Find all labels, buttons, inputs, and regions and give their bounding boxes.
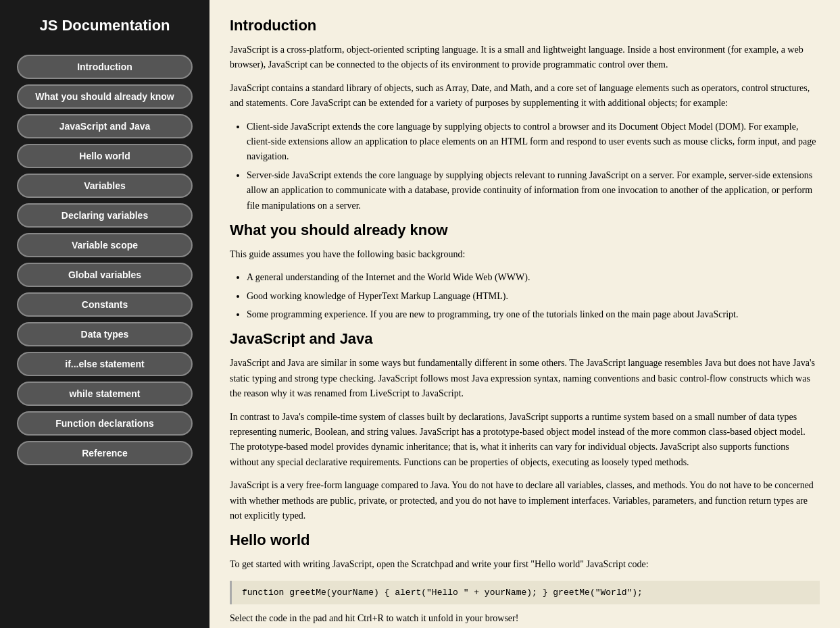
sidebar-item-while-statement[interactable]: while statement	[17, 382, 193, 406]
bullet-list: Client-side JavaScript extends the core …	[247, 120, 820, 213]
section-title-hello-world: Hello world	[230, 531, 820, 549]
sidebar-item-reference[interactable]: Reference	[17, 441, 193, 465]
code-block: function greetMe(yourName) { alert("Hell…	[230, 581, 820, 604]
list-item: Server-side JavaScript extends the core …	[247, 168, 820, 213]
paragraph: JavaScript and Java are similar in some …	[230, 356, 820, 401]
paragraph: This guide assumes you have the followin…	[230, 247, 820, 262]
list-item: Good working knowledge of HyperText Mark…	[247, 289, 820, 304]
paragraph: JavaScript is a very free-form language …	[230, 478, 820, 523]
content-area: IntroductionJavaScript is a cross-platfo…	[230, 17, 820, 628]
sidebar-item-introduction[interactable]: Introduction	[17, 55, 193, 79]
section-title-what-you-should-already-know: What you should already know	[230, 221, 820, 239]
sidebar-item-data-types[interactable]: Data types	[17, 322, 193, 346]
sidebar-item-global-variables[interactable]: Global variables	[17, 263, 193, 287]
section-title-javascript-and-java: JavaScript and Java	[230, 330, 820, 348]
paragraph: To get started with writing JavaScript, …	[230, 557, 820, 572]
sidebar-item-javascript-and-java[interactable]: JavaScript and Java	[17, 114, 193, 138]
section-what-you-should-already-know: What you should already knowThis guide a…	[230, 221, 820, 323]
sidebar-title: JS Documentation	[39, 17, 170, 34]
list-item: Client-side JavaScript extends the core …	[247, 120, 820, 165]
paragraph: Select the code in the pad and hit Ctrl+…	[230, 611, 820, 626]
sidebar-item-function-declarations[interactable]: Function declarations	[17, 411, 193, 436]
paragraph: In contrast to Java's compile-time syste…	[230, 410, 820, 471]
section-javascript-and-java: JavaScript and JavaJavaScript and Java a…	[230, 330, 820, 523]
sidebar: JS Documentation IntroductionWhat you sh…	[0, 0, 209, 628]
main-content: IntroductionJavaScript is a cross-platfo…	[209, 0, 840, 628]
sidebar-item-constants[interactable]: Constants	[17, 292, 193, 317]
sidebar-item-variable-scope[interactable]: Variable scope	[17, 233, 193, 257]
sidebar-item-hello-world[interactable]: Hello world	[17, 144, 193, 168]
sidebar-item-if-else-statement[interactable]: if...else statement	[17, 352, 193, 376]
nav-list: IntroductionWhat you should already know…	[17, 55, 193, 471]
sidebar-item-what-you-should-already-know[interactable]: What you should already know	[17, 84, 193, 109]
bullet-list: A general understanding of the Internet …	[247, 270, 820, 322]
section-title-introduction: Introduction	[230, 17, 820, 34]
paragraph: JavaScript contains a standard library o…	[230, 81, 820, 111]
list-item: Some programming experience. If you are …	[247, 307, 820, 322]
sidebar-item-declaring-variables[interactable]: Declaring variables	[17, 203, 193, 228]
section-hello-world: Hello worldTo get started with writing J…	[230, 531, 820, 626]
sidebar-item-variables[interactable]: Variables	[17, 174, 193, 198]
section-introduction: IntroductionJavaScript is a cross-platfo…	[230, 17, 820, 213]
list-item: A general understanding of the Internet …	[247, 270, 820, 285]
paragraph: JavaScript is a cross-platform, object-o…	[230, 43, 820, 73]
